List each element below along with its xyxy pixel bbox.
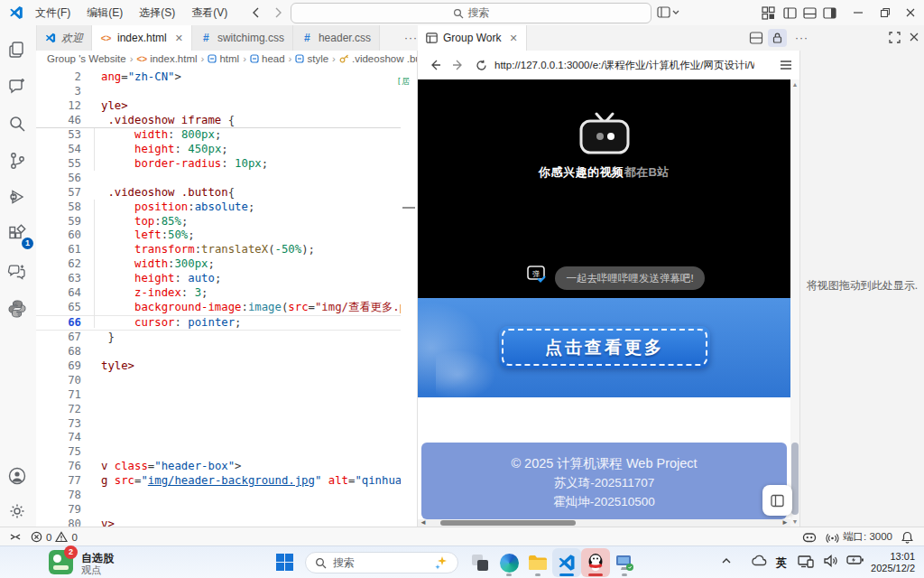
code-line[interactable]: 72 bbox=[36, 403, 417, 417]
source-control-icon[interactable] bbox=[7, 151, 29, 172]
minimap-slider[interactable] bbox=[402, 207, 415, 209]
bilibili-player[interactable]: 你感兴趣的视频都在B站 弹 一起去哔哩哔哩发送弹幕吧! bbox=[418, 79, 790, 298]
restore-icon[interactable] bbox=[873, 0, 897, 25]
remote-icon[interactable] bbox=[9, 531, 22, 543]
floating-layout-button[interactable] bbox=[762, 485, 792, 516]
breadcrumb-item[interactable]: style bbox=[295, 53, 328, 64]
close-icon[interactable] bbox=[899, 0, 922, 25]
files-icon[interactable] bbox=[7, 40, 29, 61]
code-line[interactable]: 12yle> bbox=[36, 99, 417, 114]
port-indicator[interactable]: 端口: 3000 bbox=[826, 530, 892, 544]
code-line[interactable]: 79 bbox=[36, 503, 417, 517]
python-icon[interactable] bbox=[7, 299, 29, 321]
menu-item[interactable]: 选择(S) bbox=[131, 0, 183, 25]
breadcrumb-item[interactable]: .videoshow .button bbox=[339, 53, 428, 64]
breadcrumb-item[interactable]: html bbox=[208, 53, 239, 64]
settings-gear-icon[interactable] bbox=[7, 501, 29, 523]
code-line[interactable]: 77g src="img/header-background.jpg" alt=… bbox=[36, 474, 417, 489]
vertical-scrollbar[interactable]: ▲ ▼ bbox=[790, 79, 799, 527]
menu-more[interactable]: ··· bbox=[188, 0, 215, 25]
code-line[interactable]: 73 bbox=[36, 417, 417, 432]
history-back-icon[interactable] bbox=[249, 5, 263, 20]
code-line[interactable]: 80v> bbox=[36, 517, 417, 527]
tab-close-icon[interactable]: ✕ bbox=[509, 33, 517, 44]
speaker-icon[interactable] bbox=[823, 555, 837, 567]
code-editor[interactable]: 2ang="zh-CN">312yle>46 .videoshow iframe… bbox=[36, 67, 417, 527]
customize-layout-icon[interactable] bbox=[756, 0, 780, 25]
code-line[interactable]: 76v class="header-box"> bbox=[36, 460, 417, 474]
chat-add-icon[interactable] bbox=[7, 77, 29, 98]
file-explorer-button[interactable] bbox=[523, 548, 552, 577]
account-icon[interactable] bbox=[7, 466, 29, 488]
problems-indicator[interactable]: 0 0 bbox=[31, 531, 78, 543]
run-debug-icon[interactable] bbox=[7, 187, 29, 209]
history-forward-icon[interactable] bbox=[271, 5, 285, 20]
breadcrumb-item[interactable]: Group 's Website bbox=[47, 53, 126, 64]
danmaku-input[interactable]: 一起去哔哩哔哩发送弹幕吧! bbox=[555, 266, 705, 290]
ime-indicator[interactable]: 英 bbox=[776, 555, 787, 571]
code-line[interactable]: 78 bbox=[36, 489, 417, 503]
editor-actions-more[interactable]: ··· bbox=[788, 25, 816, 51]
horizontal-scrollbar[interactable]: ◄ ► bbox=[418, 519, 790, 527]
taskbar-clock[interactable]: 13:01 2025/12/2 bbox=[871, 551, 915, 574]
scroll-down-icon[interactable]: ▼ bbox=[790, 518, 799, 525]
code-line[interactable]: 74 bbox=[36, 431, 417, 445]
close-group-icon[interactable] bbox=[909, 32, 919, 42]
copilot-icon[interactable] bbox=[802, 531, 817, 544]
breadcrumb-item[interactable]: head bbox=[250, 53, 285, 64]
url-field[interactable]: http://127.0.0.1:3000/e:/课程作业/计算机作业/网页设计… bbox=[494, 59, 754, 72]
minimap[interactable]: [居 bbox=[401, 67, 417, 527]
view-more-button[interactable]: 点击查看更多 bbox=[499, 326, 710, 368]
tab-Group Work[interactable]: Group Work✕ bbox=[418, 25, 527, 51]
vertical-scroll-thumb[interactable] bbox=[791, 443, 799, 515]
code-line[interactable]: 56 bbox=[36, 172, 417, 186]
onedrive-cloud-icon[interactable] bbox=[751, 555, 767, 567]
windows-start-icon[interactable] bbox=[276, 554, 293, 571]
scroll-up-icon[interactable]: ▲ bbox=[790, 81, 799, 88]
taskbar-search[interactable]: 搜索 bbox=[305, 552, 458, 573]
code-line[interactable]: 69tyle> bbox=[36, 359, 417, 374]
danmaku-tv-icon[interactable]: 弹 bbox=[526, 263, 548, 284]
maximize-group-icon[interactable] bbox=[889, 32, 901, 43]
minimize-icon[interactable] bbox=[846, 0, 870, 25]
code-line[interactable]: 71 bbox=[36, 388, 417, 403]
code-line[interactable]: 70 bbox=[36, 374, 417, 388]
edge-browser-button[interactable] bbox=[494, 548, 523, 577]
tab-index.html[interactable]: <>index.html✕ bbox=[92, 25, 192, 51]
bell-icon[interactable] bbox=[901, 531, 913, 544]
secondary-sidebar-icon[interactable] bbox=[818, 0, 841, 25]
tab-header.css[interactable]: #header.css bbox=[293, 25, 380, 51]
tab-close-icon[interactable]: ✕ bbox=[175, 33, 183, 44]
task-view-button[interactable] bbox=[466, 548, 494, 577]
lock-icon[interactable] bbox=[768, 29, 787, 47]
search-icon[interactable] bbox=[7, 114, 29, 135]
code-line[interactable]: 2ang="zh-CN"> bbox=[36, 70, 417, 85]
code-line[interactable]: 57 .videoshow .button{ bbox=[36, 186, 417, 200]
remote-desktop-button[interactable] bbox=[610, 548, 639, 577]
reload-icon[interactable] bbox=[476, 60, 487, 71]
code-line[interactable]: 68 bbox=[36, 345, 417, 359]
code-line[interactable]: 46 .videoshow iframe { bbox=[36, 114, 417, 129]
qq-button[interactable] bbox=[581, 548, 610, 577]
breadcrumb[interactable]: Group 's Website›<>index.html›html›head›… bbox=[36, 51, 428, 67]
tray-chevron-icon[interactable] bbox=[720, 555, 733, 567]
menu-item[interactable]: 文件(F) bbox=[27, 0, 79, 25]
code-line[interactable]: 75 bbox=[36, 445, 417, 460]
vscode-button[interactable] bbox=[552, 548, 581, 577]
scroll-left-icon[interactable]: ◄ bbox=[420, 518, 427, 527]
layout-dropdown-icon[interactable] bbox=[657, 5, 680, 20]
split-editor-icon[interactable] bbox=[749, 31, 763, 45]
scroll-right-icon[interactable]: ► bbox=[781, 518, 789, 527]
stocks-widget-icon[interactable]: 2 bbox=[49, 550, 73, 574]
command-center-search[interactable]: 搜索 bbox=[291, 3, 651, 23]
code-line[interactable]: 3 bbox=[36, 85, 417, 99]
menu-item[interactable]: 编辑(E) bbox=[79, 0, 131, 25]
cast-icon[interactable] bbox=[798, 555, 814, 568]
horizontal-scroll-thumb[interactable] bbox=[440, 520, 576, 526]
tab-switchimg.css[interactable]: #switchimg.css bbox=[192, 25, 293, 51]
chat-duo-icon[interactable] bbox=[7, 262, 29, 284]
forward-icon[interactable] bbox=[452, 59, 465, 71]
breadcrumb-item[interactable]: <>index.html bbox=[136, 53, 197, 64]
tab-欢迎[interactable]: 欢迎 bbox=[36, 25, 92, 51]
extensions-icon[interactable]: 1 bbox=[7, 224, 29, 246]
